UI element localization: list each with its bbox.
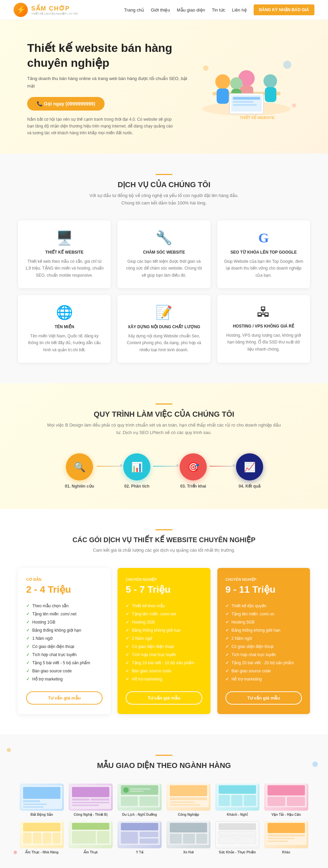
- service-icon-1: 🔧: [124, 230, 203, 246]
- pricing-price-premium: 9 - 11 Triệu: [225, 584, 302, 595]
- service-card-3: 🌐 TÊN MIỀN Tên miền Việt Nam, Quốc tế, đ…: [18, 295, 111, 363]
- svg-rect-68: [170, 834, 182, 844]
- svg-rect-56: [53, 833, 60, 844]
- template-item-3[interactable]: Công Nghiệp: [166, 784, 211, 816]
- pricing-feature-1-5: ✓Có giao diện điện thoại: [126, 643, 202, 651]
- svg-rect-45: [231, 795, 242, 806]
- process-step-1: 📊 02. Phân tích: [123, 453, 150, 489]
- svg-rect-26: [72, 798, 90, 801]
- svg-rect-63: [121, 832, 138, 844]
- hero-image: THIẾT KẾ WEBSITE: [192, 51, 301, 126]
- service-icon-3: 🌐: [25, 304, 104, 320]
- svg-rect-50: [287, 797, 305, 806]
- nav-about[interactable]: Giới thiệu: [151, 7, 170, 13]
- svg-rect-29: [72, 805, 99, 806]
- service-desc-4: Xây dựng nội dung Website chuẩn Seo, Con…: [124, 333, 203, 353]
- services-grid: 🖥️ THIẾT KẾ WEBSITE Thiết kế web theo mẫ…: [18, 220, 310, 363]
- svg-rect-28: [72, 802, 109, 803]
- pricing-feature-0-8: ✓Bàn giao source code: [26, 667, 103, 675]
- pricing-section: CÁC GÓI DỊCH VỤ THIẾT KẾ WEBSITE CHUYÊN …: [0, 509, 328, 734]
- header-cta-button[interactable]: ĐĂNG KÝ NHẬN BÁO GIÁ: [254, 4, 314, 15]
- template-item-11[interactable]: Khác: [264, 821, 308, 854]
- svg-rect-49: [268, 797, 285, 806]
- template-label-8: Y Tế: [117, 850, 162, 854]
- pricing-feature-1-1: ✓Tặng tên miền .com/.net: [126, 610, 202, 618]
- svg-rect-73: [219, 831, 256, 835]
- template-label-1: Công Nghệ - Thiết Bị: [69, 813, 113, 816]
- pricing-feature-2-5: ✓Có giao diện điện thoại: [225, 643, 302, 651]
- svg-rect-80: [268, 841, 288, 842]
- svg-point-17: [292, 103, 296, 107]
- process-arrow-2: ▶: [209, 466, 233, 467]
- template-item-6[interactable]: Ẩm Thực - Nhà Hàng: [20, 821, 64, 854]
- templates-row-1: Bất Động Sản Công Nghệ - Thiết Bị Du Lịc…: [14, 784, 314, 816]
- template-label-5: Vận Tải - Hậu Cần: [264, 813, 308, 816]
- deco-dot-3: [14, 851, 17, 854]
- template-label-10: Sức Khỏe - Thực Phẩm: [215, 850, 259, 854]
- svg-rect-78: [268, 834, 305, 836]
- template-item-2[interactable]: Du Lịch - Nghỉ Dưỡng: [117, 784, 162, 816]
- svg-point-2: [215, 74, 230, 89]
- header: ⚡ SẤM CHỚP THIẾT KẾ CHUYÊN NGHIỆP • UY T…: [0, 0, 328, 20]
- template-item-7[interactable]: Ẩm Thực: [69, 821, 113, 854]
- template-item-1[interactable]: Công Nghệ - Thiết Bị: [69, 784, 113, 816]
- pricing-btn-pro[interactable]: Tư vấn giá mẫu: [126, 691, 202, 705]
- template-item-5[interactable]: Vận Tải - Hậu Cần: [264, 784, 308, 816]
- service-name-5: HOSTING / VPS KHÔNG GIÁ RẺ: [224, 324, 303, 329]
- svg-rect-39: [170, 797, 207, 800]
- deco-dot-2: [312, 762, 318, 767]
- template-item-0[interactable]: Bất Động Sản: [20, 784, 64, 816]
- pricing-feature-1-2: ✓Hosting 3GB: [126, 618, 202, 626]
- deco-dot-1: [7, 748, 11, 752]
- logo-icon: ⚡: [14, 3, 28, 17]
- service-desc-1: Giúp các bạn tiết kiệm được thời gian và…: [124, 258, 203, 279]
- pricing-feature-2-8: ✓Bàn giao source code: [225, 667, 302, 675]
- template-item-9[interactable]: Xe Hơi: [166, 821, 211, 854]
- template-item-8[interactable]: Y Tế: [117, 821, 162, 854]
- pricing-divider: [156, 529, 172, 530]
- process-title: QUY TRÌNH LÀM VIỆC CỦA CHÚNG TÔI: [14, 410, 314, 419]
- pricing-list-premium: ✓Thiết kế độc quyền ✓Tặng tên miền .com/…: [225, 602, 302, 683]
- hero-sub-text: Nắm bắt cơ hội tạo nên sự thế cạnh tranh…: [27, 116, 177, 137]
- pricing-feature-0-1: ✓Tặng tên miền .com/.net: [26, 610, 103, 618]
- pricing-feature-0-6: ✓Tích hợp chat trực tuyến: [26, 651, 103, 659]
- template-label-11: Khác: [264, 850, 308, 854]
- pricing-feature-0-3: ✓Bảng thống không giới hạn: [26, 626, 103, 634]
- pricing-feature-0-7: ✓Tặng 5 bài viết - 5 bộ sản phẩm: [26, 659, 103, 667]
- svg-rect-52: [23, 823, 60, 831]
- logo: ⚡ SẤM CHỚP THIẾT KẾ CHUYÊN NGHIỆP • UY T…: [14, 3, 78, 17]
- nav-templates[interactable]: Mẫu giao diện: [177, 7, 205, 13]
- svg-rect-43: [219, 785, 256, 794]
- nav-contact[interactable]: Liên hệ: [232, 7, 247, 13]
- svg-rect-55: [43, 833, 51, 844]
- svg-rect-65: [140, 839, 158, 844]
- template-item-4[interactable]: Khách - Nghỉ: [215, 784, 259, 816]
- pricing-feature-2-4: ✓2 Năm ngữ: [225, 634, 302, 643]
- templates-row-2: Ẩm Thực - Nhà Hàng Ẩm Thực Y Tế Xe Hơi S…: [14, 821, 314, 854]
- process-arrow-0: ▶: [97, 466, 121, 467]
- svg-rect-12: [233, 97, 260, 100]
- pricing-feature-1-3: ✓Bảng thống không giới hạn: [126, 626, 202, 634]
- template-label-2: Du Lịch - Nghỉ Dưỡng: [117, 813, 162, 816]
- pricing-btn-premium[interactable]: Tư vấn giá mẫu: [225, 691, 302, 705]
- pricing-feature-0-4: ✓1 Năm ngữ: [26, 634, 103, 643]
- pricing-badge-basic: CƠ BẢN: [26, 577, 103, 582]
- service-card-4: 📝 XÂY DỰNG NỘI DUNG CHẤT LƯỢNG Xây dựng …: [117, 295, 210, 363]
- nav-news[interactable]: Tin tức: [212, 7, 225, 13]
- process-label-3: 04. Kết quả: [239, 484, 261, 489]
- hero-left: Thiết kế website bán hàng chuyên nghiệp …: [27, 40, 190, 137]
- svg-rect-69: [183, 834, 195, 844]
- pricing-feature-0-5: ✓Có giao diện điện thoại: [26, 643, 103, 651]
- service-icon-4: 📝: [124, 304, 203, 320]
- service-desc-2: Giúp Website của bạn lên Top Google, đem…: [224, 258, 303, 279]
- service-icon-5: 🖧: [224, 304, 303, 320]
- pricing-card-pro: CHUYÊN NGHIỆP 5 - 7 Triệu ✓Thiết kế theo…: [117, 568, 210, 714]
- template-item-10[interactable]: Sức Khỏe - Thực Phẩm: [215, 821, 259, 854]
- process-label-0: 01. Nghiên cứu: [65, 484, 94, 489]
- hero-cta-button[interactable]: 📞 Gọi ngay (0999999999): [27, 97, 105, 111]
- svg-point-8: [230, 77, 242, 90]
- nav-home[interactable]: Trang chủ: [124, 7, 144, 13]
- pricing-btn-basic[interactable]: Tư vấn giá mẫu: [26, 691, 103, 705]
- svg-rect-72: [219, 823, 256, 830]
- service-desc-5: Hosting, VPS dung lượng cao, không giới …: [224, 332, 303, 353]
